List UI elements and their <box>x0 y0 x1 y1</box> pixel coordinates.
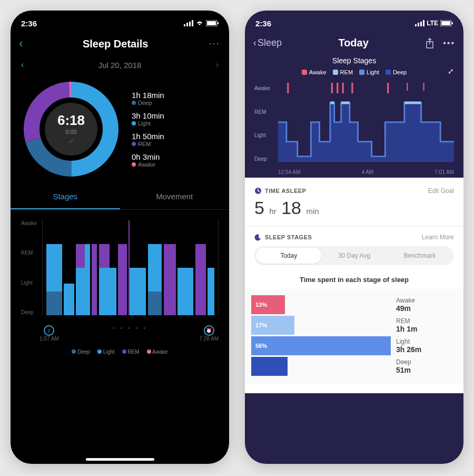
donut-chart[interactable]: 6:18 8:00 ✓ <box>21 79 121 179</box>
signal-icon <box>415 20 424 26</box>
tab-stages[interactable]: Stages <box>11 184 120 209</box>
svg-rect-13 <box>420 22 422 26</box>
hypno-plot <box>278 83 454 162</box>
legend-deep: 1h 18min Deep <box>132 91 164 106</box>
stage-row-awake: 13% Awake49m <box>251 295 457 314</box>
clock-icon <box>254 187 262 195</box>
chart-title: Sleep Stages <box>245 54 463 67</box>
svg-rect-17 <box>452 22 453 24</box>
svg-rect-12 <box>418 23 419 26</box>
svg-rect-5 <box>207 21 216 25</box>
svg-rect-1 <box>186 23 188 26</box>
phone-fitbit: 2:36 LTE ‹Sleep Today ••• Sleep Stages A… <box>245 11 463 464</box>
header: ‹ Sleep Details ⋮ <box>11 32 229 56</box>
sleep-start-icon: z <box>44 325 54 336</box>
date-nav: ‹ Jul 20, 2018 › <box>11 56 229 74</box>
date-label: Jul 20, 2018 <box>98 61 142 70</box>
learn-more-link[interactable]: Learn More <box>422 234 454 241</box>
bar-icon: 56% <box>251 336 391 355</box>
svg-rect-14 <box>423 20 424 26</box>
y-axis: Awake REM Light Deep <box>21 220 37 315</box>
chart-legend: Deep Light REM Awake <box>11 349 229 355</box>
sleep-stages-label: SLEEP STAGES <box>254 234 312 241</box>
total-sleep: 6:18 <box>57 112 85 129</box>
dot-icon <box>132 101 136 105</box>
bar-icon: 13% <box>251 295 285 314</box>
status-bar: 2:36 LTE <box>245 11 463 32</box>
svg-rect-6 <box>218 22 219 24</box>
status-time: 2:36 <box>21 19 37 28</box>
donut-center: 6:18 8:00 ✓ <box>45 103 97 156</box>
stage-row-rem: 17% REM1h 1m <box>251 316 457 335</box>
sleep-goal: 8:00 <box>65 129 76 135</box>
svg-rect-16 <box>441 21 450 25</box>
legend-awake: 0h 3min Awake <box>132 152 164 168</box>
x-axis: 12:54 AM 4 AM 7:01 AM <box>278 169 454 175</box>
bar-icon: 17% <box>251 316 294 335</box>
status-icons <box>184 20 219 26</box>
chart-legend: Awake REM Light Deep <box>245 67 463 77</box>
hypnogram[interactable]: ⤢ Awake REM Light Deep 12:54 AM <box>254 83 454 178</box>
details-section: TIME ASLEEP Edit Goal 5 hr 18 min SLEEP … <box>245 178 463 393</box>
signal-icon <box>184 20 193 26</box>
check-icon: ✓ <box>68 136 75 146</box>
dot-icon <box>132 142 136 146</box>
page-title: Sleep Details <box>23 38 208 50</box>
donut-section: 6:18 8:00 ✓ 1h 18min Deep 3h 10min Light… <box>11 74 229 184</box>
stages-chart[interactable]: Awake REM Light Deep z1:07 AM • <box>11 210 229 357</box>
sleep-end-icon: ⏰ <box>204 325 214 336</box>
page-title: Today <box>282 37 425 49</box>
wifi-icon <box>195 20 204 26</box>
header: ‹Sleep Today ••• <box>245 32 463 54</box>
bar-icon <box>251 357 288 376</box>
pill-30day[interactable]: 30 Day Avg <box>321 248 387 264</box>
time-asleep-value: 5 hr 18 min <box>254 195 454 226</box>
expand-icon[interactable]: ⤢ <box>448 67 454 75</box>
stage-subtitle: Time spent in each stage of sleep <box>254 270 454 289</box>
stage-row-deep: Deep51m <box>251 357 457 376</box>
pill-tabs: Today 30 Day Avg Benchmark <box>254 246 454 265</box>
svg-rect-3 <box>192 20 193 26</box>
y-axis: Awake REM Light Deep <box>254 83 270 162</box>
time-asleep-label: TIME ASLEEP <box>254 187 306 195</box>
network-label: LTE <box>427 20 438 27</box>
moon-icon <box>254 234 262 241</box>
pill-today[interactable]: Today <box>256 248 321 264</box>
pill-benchmark[interactable]: Benchmark <box>387 248 452 264</box>
share-icon[interactable] <box>425 38 434 48</box>
tab-movement[interactable]: Movement <box>120 184 230 209</box>
back-button[interactable]: ‹Sleep <box>253 37 282 48</box>
x-axis: z1:07 AM • • • • • ⏰7:28 AM <box>39 325 219 342</box>
battery-icon <box>206 20 219 26</box>
chart-bars <box>42 220 219 315</box>
svg-rect-11 <box>415 24 417 26</box>
stage-row-light: 56% Light3h 26m <box>251 336 457 355</box>
dot-icon <box>132 162 136 167</box>
stage-bars: 13% Awake49m 17% REM1h 1m 56% Light3h 26… <box>245 289 463 384</box>
next-day-button[interactable]: › <box>216 60 219 70</box>
status-icons: LTE <box>415 20 453 27</box>
home-indicator[interactable] <box>86 458 154 461</box>
svg-rect-0 <box>184 24 185 26</box>
status-bar: 2:36 <box>11 11 229 32</box>
prev-day-button[interactable]: ‹ <box>21 60 24 70</box>
donut-legend: 1h 18min Deep 3h 10min Light 1h 50min RE… <box>132 91 164 168</box>
legend-rem: 1h 50min REM <box>132 132 164 147</box>
status-time: 2:36 <box>255 19 271 28</box>
more-button[interactable]: ⋮ <box>208 38 221 49</box>
more-button[interactable]: ••• <box>443 38 455 48</box>
legend-light: 3h 10min Light <box>132 111 164 127</box>
battery-icon <box>440 20 453 26</box>
svg-rect-2 <box>189 22 191 26</box>
back-button[interactable]: ‹ <box>19 37 23 51</box>
tabs: Stages Movement <box>11 184 229 210</box>
edit-goal-link[interactable]: Edit Goal <box>428 187 454 195</box>
dot-icon <box>132 121 136 125</box>
phone-garmin: 2:36 ‹ Sleep Details ⋮ ‹ Jul 20, 2018 › … <box>11 11 229 464</box>
